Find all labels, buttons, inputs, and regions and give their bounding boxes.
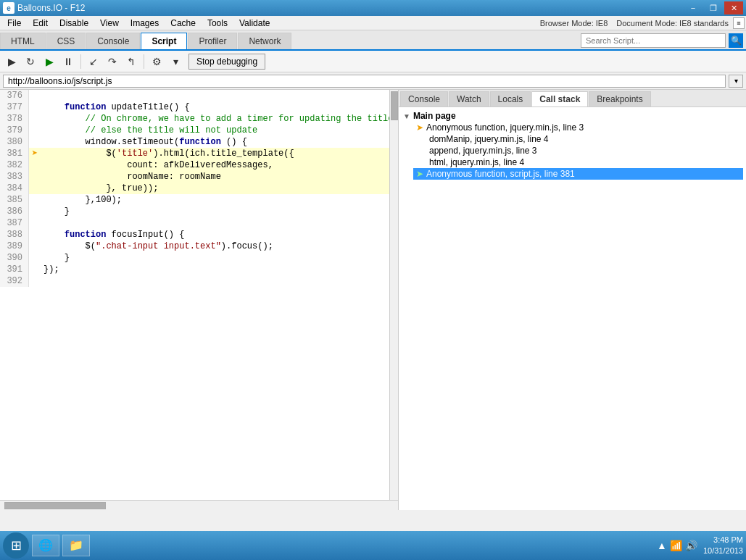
menu-view[interactable]: View [94,17,125,30]
step-out-button[interactable]: ↰ [123,53,140,70]
menu-tools[interactable]: Tools [202,17,233,30]
stack-item-label-3: append, jquery.min.js, line 3 [429,146,537,156]
code-line-384: 384 }, true)); [0,183,398,194]
panel-tab-callstack[interactable]: Call stack [531,91,588,106]
search-input[interactable] [581,33,726,48]
stack-item-2[interactable]: domManip, jquery.min.js, line 4 [413,133,743,145]
menu-bar: File Edit Disable View Images Cache Tool… [0,16,746,30]
code-panel: 376 377 function updateTitle() { 378 // … [0,90,399,510]
menu-disable[interactable]: Disable [54,17,94,30]
search-bar-area: 🔍 [578,32,746,49]
code-line-381: 381 ➤ $('title').html(ich.title_template… [0,148,398,159]
window-title: Balloons.IO - F12 [17,3,85,13]
stack-group-header[interactable]: ▼ Main page [402,110,743,122]
tab-network[interactable]: Network [238,33,291,49]
menu-validate[interactable]: Validate [233,17,275,30]
address-bar: ▾ [0,72,746,90]
panel-tabs: Console Watch Locals Call stack Breakpoi… [399,90,746,107]
code-line-388: 388 function focusInput() { [0,229,398,241]
title-bar: e Balloons.IO - F12 − ❐ ✕ [0,0,746,16]
menu-edit[interactable]: Edit [27,17,54,30]
tab-console[interactable]: Console [86,33,140,49]
stack-item-1[interactable]: ➤ Anonymous function, jquery.min.js, lin… [413,122,743,133]
vertical-scrollbar-track[interactable] [389,90,398,500]
stack-item-4[interactable]: html, jquery.min.js, line 4 [413,156,743,168]
code-line-390: 390 } [0,252,398,264]
code-line-385: 385 },100); [0,194,398,206]
h-scrollbar-thumb[interactable] [4,502,106,509]
code-line-386: 386 } [0,206,398,217]
stack-section-title: Main page [413,111,456,121]
page-icon[interactable]: ≡ [733,17,745,29]
panel-tab-breakpoints[interactable]: Breakpoints [589,91,650,106]
pause-button[interactable]: ⏸ [59,53,77,70]
main-area: 376 377 function updateTitle() { 378 // … [0,90,746,510]
right-panel: Console Watch Locals Call stack Breakpoi… [399,90,746,510]
code-line-387: 387 [0,217,398,229]
step-over-button[interactable]: ↷ [104,53,121,70]
stop-debugging-button[interactable]: Stop debugging [188,54,265,70]
dev-tools-tab-bar: HTML CSS Console Script Profiler Network… [0,30,746,51]
tab-profiler[interactable]: Profiler [188,33,237,49]
code-line-379: 379 // else the title will not update [0,125,398,136]
stack-item-3[interactable]: append, jquery.min.js, line 3 [413,145,743,156]
address-input[interactable] [3,75,726,88]
stack-items: ➤ Anonymous function, jquery.min.js, lin… [413,122,743,180]
tab-html[interactable]: HTML [0,33,46,49]
toolbar: ▶ ↻ ▶ ⏸ ↙ ↷ ↰ ⚙ ▾ Stop debugging [0,51,746,72]
panel-tab-locals[interactable]: Locals [490,91,531,106]
expand-icon: ▼ [403,112,410,120]
minimize-button[interactable]: − [684,1,703,14]
code-horizontal-scrollbar[interactable] [0,500,398,510]
more-button[interactable]: ▾ [167,53,184,70]
title-bar-controls: − ❐ ✕ [684,1,743,14]
code-scroll-area[interactable]: 376 377 function updateTitle() { 378 // … [0,90,398,500]
code-line-376: 376 [0,90,398,101]
search-button[interactable]: 🔍 [729,33,743,48]
tab-css[interactable]: CSS [46,33,86,49]
code-line-380: 380 window.setTimeout(function () { [0,136,398,148]
panel-tab-console[interactable]: Console [400,91,448,106]
tab-script[interactable]: Script [141,33,187,49]
toolbar-sep-2 [144,54,144,69]
code-line-392: 392 [0,275,398,287]
current-line-arrow: ➤ [29,148,41,159]
ie-icon: e [3,2,14,14]
menu-right: Browser Mode: IE8 Document Mode: IE8 sta… [536,17,745,29]
menu-images[interactable]: Images [125,17,165,30]
browser-mode: Browser Mode: IE8 [536,19,613,28]
code-line-378: 378 // On chrome, we have to add a timer… [0,113,398,125]
code-content: 376 377 function updateTitle() { 378 // … [0,90,398,287]
play-button[interactable]: ▶ [41,53,58,70]
stack-item-label-4: html, jquery.min.js, line 4 [429,157,524,167]
menu-cache[interactable]: Cache [165,17,202,30]
refresh-button[interactable]: ↻ [22,53,39,70]
address-dropdown-button[interactable]: ▾ [729,75,743,88]
stack-arrow-1: ➤ [416,122,423,133]
stack-item-5[interactable]: ➤ Anonymous function, script.js, line 38… [413,168,743,180]
stack-item-label-1: Anonymous function, jquery.min.js, line … [426,122,584,133]
pointer-button[interactable]: ▶ [3,53,20,70]
panel-tab-watch[interactable]: Watch [449,91,489,106]
stack-item-label-2: domManip, jquery.min.js, line 4 [429,134,549,144]
settings-button[interactable]: ⚙ [148,53,165,70]
stack-item-label-5: Anonymous function, script.js, line 381 [426,169,575,179]
menu-file[interactable]: File [1,17,27,30]
call-stack-content[interactable]: ▼ Main page ➤ Anonymous function, jquery… [399,107,746,510]
document-mode: Document Mode: IE8 standards [612,19,733,28]
code-line-389: 389 $(".chat-input input.text").focus(); [0,241,398,252]
close-button[interactable]: ✕ [724,1,743,14]
code-line-391: 391 }); [0,264,398,275]
code-line-382: 382 count: afkDeliveredMessages, [0,159,398,171]
code-line-383: 383 roomName: roomName [0,171,398,183]
v-scrollbar-thumb[interactable] [391,91,398,120]
restore-button[interactable]: ❐ [704,1,723,14]
stack-group-main: ▼ Main page ➤ Anonymous function, jquery… [402,110,743,180]
step-into-button[interactable]: ↙ [85,53,102,70]
title-bar-left: e Balloons.IO - F12 [3,2,85,14]
stack-arrow-5: ➤ [416,169,423,179]
toolbar-sep-1 [80,54,81,69]
code-line-377: 377 function updateTitle() { [0,101,398,113]
